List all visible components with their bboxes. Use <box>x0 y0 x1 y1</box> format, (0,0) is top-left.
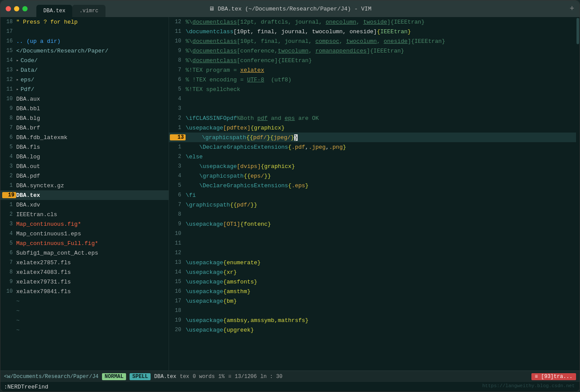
editor-line: 15 \usepackage{amsfonts} <box>169 277 576 287</box>
editor-line: 8 <box>169 210 576 219</box>
traffic-lights <box>6 6 28 11</box>
new-tab-button[interactable]: + <box>569 4 574 13</box>
list-item[interactable]: 8 DBA.blg <box>0 113 169 123</box>
editor-line: 7 %!TEX program = xelatex <box>169 65 576 75</box>
editor-line: 12 %\documentclass[12pt, draftcls, journ… <box>169 17 576 27</box>
main-editor[interactable]: 12 %\documentclass[12pt, draftcls, journ… <box>169 17 576 371</box>
scrollbar-thumb[interactable] <box>576 18 579 44</box>
vim-window: DBA.tex .vimrc 🖥 DBA.tex (~/Documents/Re… <box>0 0 580 392</box>
status-mode: NORMAL <box>102 373 126 380</box>
editor-line: 4 <box>169 94 576 104</box>
editor-line: 11 <box>169 238 576 248</box>
list-item[interactable]: 4 DBA.log <box>0 152 169 161</box>
list-item[interactable]: 7 DBA.brf <box>0 123 169 133</box>
status-spell: SPELL <box>130 373 151 380</box>
cmdline-text: :NERDTreeFind <box>4 384 48 390</box>
tilde-line: ~ <box>0 315 169 325</box>
editor-line: 7 \graphicspath{{pdf/}} <box>169 200 576 210</box>
status-percent: 1% <box>218 374 225 380</box>
editor-line: 10 %\documentclass[10pt, final, journal,… <box>169 36 576 46</box>
list-item: 17 <box>0 27 169 36</box>
list-item-active[interactable]: 19 DBA.tex <box>0 190 169 200</box>
scrollbar[interactable] <box>576 17 580 371</box>
list-item[interactable]: 2 IEEEtran.cls <box>0 210 169 219</box>
editor-area: 18 " Press ? for help 17 16 .. (up a dir… <box>0 17 580 371</box>
tab-dba-tex[interactable]: DBA.tex <box>36 5 72 17</box>
tilde-line: ~ <box>0 306 169 315</box>
editor-line: 11 \documentclass[10pt, final, journal, … <box>169 27 576 36</box>
list-item[interactable]: 14 ▸ Code/ <box>0 56 169 65</box>
list-item[interactable]: 2 DBA.pdf <box>0 171 169 181</box>
editor-line: 1 \DeclareGraphicsExtensions{.pdf,.jpeg,… <box>169 142 576 152</box>
list-item[interactable]: 11 ▸ Pdf/ <box>0 84 169 94</box>
list-item[interactable]: 8 xelatex74083.fls <box>0 267 169 277</box>
status-icon: ≡ <box>228 374 231 380</box>
list-item[interactable]: 5 DBA.fls <box>0 142 169 152</box>
tab-vimrc[interactable]: .vimrc <box>72 5 105 17</box>
window-title: 🖥 DBA.tex (~/Documents/Research/Paper/J4… <box>209 6 372 12</box>
list-item[interactable]: 9 DBA.bbl <box>0 104 169 113</box>
status-words: 0 words <box>193 374 214 380</box>
status-lines: 13/1206 <box>235 374 257 380</box>
list-item: 18 " Press ? for help <box>0 17 169 27</box>
status-filename: DBA.tex <box>154 374 176 380</box>
list-item[interactable]: 16 .. (up a dir) <box>0 36 169 46</box>
list-item[interactable]: 6 Subfig1_map_cont_Act.eps <box>0 248 169 258</box>
editor-line: 2 \else <box>169 152 576 161</box>
list-item[interactable]: 9 xelatex79731.fls <box>0 277 169 287</box>
editor-line: 14 \usepackage{xr} <box>169 267 576 277</box>
editor-line: 13 \usepackage{enumerate} <box>169 258 576 267</box>
close-button[interactable] <box>6 6 11 11</box>
editor-line: 10 <box>169 229 576 238</box>
list-item[interactable]: 1 DBA.xdv <box>0 200 169 210</box>
editor-line: 5 \DeclareGraphicsExtensions{.eps} <box>169 181 576 190</box>
status-right: ≡ [93]tra... <box>531 373 576 380</box>
status-ln: ln : 30 <box>260 374 282 380</box>
list-item[interactable]: 5 Map_continuous_Full.fig* <box>0 238 169 248</box>
list-item[interactable]: 12 ▸ eps/ <box>0 75 169 84</box>
list-item[interactable]: 13 ▸ Data/ <box>0 65 169 75</box>
editor-line: 3 <box>169 104 576 113</box>
list-item[interactable]: 1 DBA.synctex.gz <box>0 181 169 190</box>
status-filetype: tex <box>180 374 190 380</box>
status-path: <w/Documents/Research/Paper/J4 <box>4 374 98 380</box>
editor-line: 19 \usepackage{amsbsy,amssymb,mathrsfs} <box>169 315 576 325</box>
editor-line: 9 \usepackage[OT1]{fontenc} <box>169 219 576 229</box>
editor-line: 6 % !TEX encoding = UTF-8 (utf8) <box>169 75 576 84</box>
editor-line: 16 \usepackage{amsthm} <box>169 287 576 296</box>
statusbar: <w/Documents/Research/Paper/J4 NORMAL SP… <box>0 371 580 382</box>
list-item[interactable]: 4 Map_continuous1.eps <box>0 229 169 238</box>
editor-line: 9 %\documentclass[conference,twocolumn, … <box>169 46 576 56</box>
editor-line: 1 \usepackage[pdftex]{graphicx} <box>169 123 576 133</box>
maximize-button[interactable] <box>22 6 28 11</box>
editor-line: 18 <box>169 306 576 315</box>
list-item[interactable]: 7 xelatex27857.fls <box>0 258 169 267</box>
list-item: 15 </Documents/Research/Paper/ <box>0 46 169 56</box>
list-item[interactable]: 6 DBA.fdb_latexmk <box>0 133 169 142</box>
list-item[interactable]: 10 DBA.aux <box>0 94 169 104</box>
tilde-line: ~ <box>0 296 169 306</box>
watermark: https://langweithy.blog.csdn.net <box>482 383 575 388</box>
list-item[interactable]: 10 xelatex79841.fls <box>0 287 169 296</box>
editor-line-active: 13 \graphicspath{{pdf/}{jpeg/}} <box>169 133 576 142</box>
tab-bar: DBA.tex .vimrc <box>36 0 105 17</box>
tilde-line: ~ <box>0 325 169 335</box>
editor-line: 2 \ifCLASSINFOpdf%Both pdf and eps are O… <box>169 113 576 123</box>
editor-line: 3 \usepackage[dvips]{graphicx} <box>169 161 576 171</box>
list-item[interactable]: 3 Map_continuous.fig* <box>0 219 169 229</box>
editor-line: 17 \usepackage{bm} <box>169 296 576 306</box>
nerdtree-sidebar[interactable]: 18 " Press ? for help 17 16 .. (up a dir… <box>0 17 169 371</box>
list-item[interactable]: 3 DBA.out <box>0 161 169 171</box>
editor-line: 8 %\documentclass[conference]{IEEEtran} <box>169 56 576 65</box>
editor-line: 12 <box>169 248 576 258</box>
editor-line: 5 %!TEX spellcheck <box>169 84 576 94</box>
editor-line: 20 \usepackage{upgreek} <box>169 325 576 335</box>
editor-line: 4 \graphicspath{{eps/}} <box>169 171 576 181</box>
editor-line: 6 \fi <box>169 190 576 200</box>
titlebar: DBA.tex .vimrc 🖥 DBA.tex (~/Documents/Re… <box>0 0 580 17</box>
minimize-button[interactable] <box>14 6 19 11</box>
